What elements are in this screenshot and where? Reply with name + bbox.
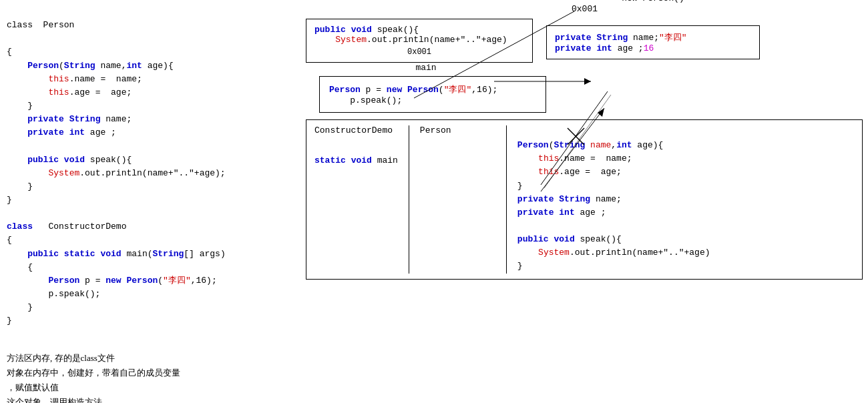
bottom-line1: 方法区内存, 存的是class文件 xyxy=(7,351,280,366)
svg-marker-6 xyxy=(598,108,604,117)
speak-ox001: 0x001 xyxy=(314,47,524,57)
bottom-line4: 这个对象，调用构造方法 xyxy=(7,395,280,403)
new-person-area: new Person() private String name;"李四" pr… xyxy=(546,5,760,59)
col2-header: Person xyxy=(420,125,495,135)
new-person-box: private String name;"李四" private int age… xyxy=(546,25,760,59)
col1-content: static void main xyxy=(314,155,398,165)
bottom-right-box: ConstructorDemo static void main Person … xyxy=(306,119,863,280)
page-container: class Person { Person(String name,int ag… xyxy=(0,0,868,403)
new-person-line2: private int age ;16 xyxy=(555,43,751,53)
bottom-line2: 对象在内存中，创建好，带着自己的成员变量 xyxy=(7,366,280,380)
bottom-text: 方法区内存, 存的是class文件 对象在内存中，创建好，带着自己的成员变量 ，… xyxy=(7,351,280,403)
col1-header: ConstructorDemo xyxy=(314,125,398,135)
new-person-header: new Person() xyxy=(622,0,684,3)
bottom-right-col2: Person xyxy=(420,125,507,274)
left-panel: class Person { Person(String name,int ag… xyxy=(0,0,287,403)
right-panel: 0x001 public void speak(){ System.out.pr… xyxy=(287,0,868,403)
main-line2: p.speak(); xyxy=(329,95,536,105)
bottom-right-col1: ConstructorDemo static void main xyxy=(314,125,409,274)
code-block: class Person { Person(String name,int ag… xyxy=(7,5,280,342)
main-box: Person p = new Person("李四",16); p.speak(… xyxy=(319,76,546,113)
main-area: main Person p = new Person("李四",16); p.s… xyxy=(306,69,546,113)
speak-box: public void speak(){ System.out.println(… xyxy=(306,19,533,63)
brace-open-line: { Person(String name,int age){ this.name… xyxy=(7,47,226,326)
top-right-area: public void speak(){ System.out.println(… xyxy=(292,5,863,63)
svg-marker-8 xyxy=(584,78,591,85)
bottom-right-col3: Person(String name,int age){ this.name =… xyxy=(517,125,854,274)
col3-code: Person(String name,int age){ this.name =… xyxy=(517,125,854,274)
speak-line2: System.out.println(name+".."​+age) xyxy=(314,35,524,45)
speak-line1: public void speak(){ xyxy=(314,25,524,35)
main-label: main xyxy=(413,63,439,73)
main-line1: Person p = new Person("李四",16); xyxy=(329,83,536,95)
class-person-line: class Person xyxy=(7,20,74,30)
bottom-line3: ，赋值默认值 xyxy=(7,380,280,395)
new-person-line1: private String name;"李四" xyxy=(555,31,751,43)
